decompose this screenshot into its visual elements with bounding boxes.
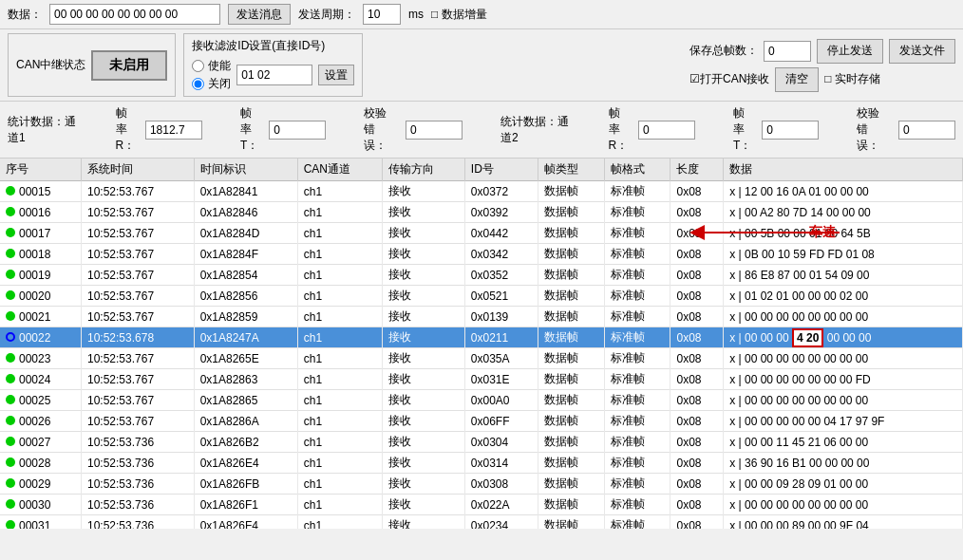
row-systime: 10:52:53.767 xyxy=(82,181,195,202)
table-row[interactable]: 0002610:52:53.7670x1A8286Ach1接收0x06FF数据帧… xyxy=(0,411,963,432)
row-timeid: 0x1A82841 xyxy=(194,181,297,202)
row-dot-cell: 00031 xyxy=(0,515,82,530)
row-data: x | 00 00 00 00 00 00 00 FD xyxy=(724,369,963,390)
table-row[interactable]: 0002110:52:53.7670x1A82859ch1接收0x0139数据帧… xyxy=(0,307,963,327)
row-canid: 0x0314 xyxy=(464,453,538,474)
green-dot xyxy=(6,457,15,467)
green-dot xyxy=(6,374,15,383)
row-timeid: 0x1A8247A xyxy=(194,327,297,348)
row-canid: 0x031E xyxy=(464,369,538,390)
stats-ch1: 统计数据：通道1 xyxy=(8,105,78,154)
stats-ch1-label: 统计数据：通道1 xyxy=(8,114,78,146)
row-canid: 0x0234 xyxy=(464,515,538,530)
close-radio-input[interactable] xyxy=(192,78,204,90)
send-file-button[interactable]: 发送文件 xyxy=(889,39,955,64)
filter-enable-radio[interactable]: 使能 xyxy=(192,58,231,74)
filter-close-radio[interactable]: 关闭 xyxy=(192,76,231,92)
row-channel: ch1 xyxy=(297,369,382,390)
stats-ch2-check-error-input[interactable] xyxy=(898,121,955,140)
stats-ch1-frame-t-input[interactable] xyxy=(269,121,326,140)
row-seq: 00015 xyxy=(19,185,50,198)
row-frameformat: 标准帧 xyxy=(604,286,670,307)
filter-set-button[interactable]: 设置 xyxy=(318,65,354,85)
row-frametype: 数据帧 xyxy=(538,453,604,474)
table-row[interactable]: 0002010:52:53.7670x1A82856ch1接收0x0521数据帧… xyxy=(0,286,963,307)
row-timeid: 0x1A826F4 xyxy=(194,515,297,530)
row-frameformat: 标准帧 xyxy=(604,307,670,327)
row-seq: 00023 xyxy=(19,352,50,365)
stats-ch1-frame-r-label: 帧率R： xyxy=(116,105,138,154)
table-row[interactable]: 0002910:52:53.7360x1A826FBch1接收0x0308数据帧… xyxy=(0,474,963,495)
table-row[interactable]: 0001810:52:53.7670x1A8284Fch1接收0x0342数据帧… xyxy=(0,244,963,265)
table-row[interactable]: 0001610:52:53.7670x1A82846ch1接收0x0392数据帧… xyxy=(0,202,963,223)
data-input[interactable] xyxy=(49,4,220,25)
row-seq: 00031 xyxy=(19,519,50,530)
col-header-len: 长度 xyxy=(670,159,724,181)
table-row[interactable]: 0002810:52:53.7360x1A826E4ch1接收0x0314数据帧… xyxy=(0,453,963,474)
table-row[interactable]: 0002510:52:53.7670x1A82865ch1接收0x00A0数据帧… xyxy=(0,390,963,411)
row-dir: 接收 xyxy=(382,453,464,474)
green-dot xyxy=(6,478,15,488)
filter-radio-group: 使能 关闭 xyxy=(192,58,231,92)
row-dir: 接收 xyxy=(382,495,464,515)
row-timeid: 0x1A826E4 xyxy=(194,453,297,474)
row-timeid: 0x1A82856 xyxy=(194,286,297,307)
table-row[interactable]: 0003110:52:53.7360x1A826F4ch1接收0x0234数据帧… xyxy=(0,515,963,530)
row-dot-cell: 00026 xyxy=(0,411,82,432)
send-period-input[interactable] xyxy=(363,4,401,25)
row-seq: 00028 xyxy=(19,457,50,470)
stats-ch2-frame-t-input[interactable] xyxy=(762,121,819,140)
clear-button[interactable]: 清空 xyxy=(775,67,819,92)
enable-radio-input[interactable] xyxy=(192,60,204,72)
row-timeid: 0x1A82854 xyxy=(194,265,297,286)
row-channel: ch1 xyxy=(297,411,382,432)
row-len: 0x08 xyxy=(670,474,724,495)
row-seq: 00025 xyxy=(19,394,50,407)
stats-section: 统计数据：通道1 帧率R： 帧率T： 校验错误： 统计数据：通道2 帧率R： 帧… xyxy=(0,102,963,159)
row-len: 0x08 xyxy=(670,390,724,411)
table-row[interactable]: 0003010:52:53.7360x1A826F1ch1接收0x022A数据帧… xyxy=(0,495,963,515)
row-systime: 10:52:53.767 xyxy=(82,307,195,327)
filter-id-input[interactable] xyxy=(236,65,312,85)
table-row[interactable]: 0001910:52:53.7670x1A82854ch1接收0x0352数据帧… xyxy=(0,265,963,286)
row-dot-cell: 00021 xyxy=(0,307,82,327)
row-channel: ch1 xyxy=(297,181,382,202)
row-dir: 接收 xyxy=(382,286,464,307)
row-channel: ch1 xyxy=(297,223,382,244)
table-row[interactable]: 0001510:52:53.7670x1A82841ch1接收0x0372数据帧… xyxy=(0,181,963,202)
row-channel: ch1 xyxy=(297,474,382,495)
stats-ch2: 统计数据：通道2 xyxy=(500,105,571,154)
row-dot-cell: 00020 xyxy=(0,286,82,307)
row-frameformat: 标准帧 xyxy=(604,411,670,432)
can-status-button[interactable]: 未启用 xyxy=(91,50,167,81)
row-data: x | 00 00 00 00 00 04 17 97 9F xyxy=(724,411,963,432)
stats-ch1-frame-r-input[interactable] xyxy=(145,121,202,140)
row-seq: 00018 xyxy=(19,248,50,261)
stats-ch2-frame-r-input[interactable] xyxy=(638,121,695,140)
row-dot-cell: 00018 xyxy=(0,244,82,265)
row-data: x | 00 00 00 00 00 00 00 00 xyxy=(724,495,963,515)
row-len: 0x08 xyxy=(670,202,724,223)
table-row[interactable]: 0002310:52:53.7670x1A8265Ech1接收0x035A数据帧… xyxy=(0,348,963,369)
row-frametype: 数据帧 xyxy=(538,495,604,515)
send-msg-button[interactable]: 发送消息 xyxy=(228,4,291,25)
row-systime: 10:52:53.767 xyxy=(82,286,195,307)
row-timeid: 0x1A8284D xyxy=(194,223,297,244)
row-dir: 接收 xyxy=(382,307,464,327)
filter-section: 接收滤波ID设置(直接ID号) 使能 关闭 设置 xyxy=(183,33,363,97)
row-canid: 0x0392 xyxy=(464,202,538,223)
save-total-input[interactable] xyxy=(764,41,811,62)
row-frameformat: 标准帧 xyxy=(604,348,670,369)
open-can-checkbox-label[interactable]: ☑打开CAN接收 xyxy=(689,71,769,87)
row-data: x | 00 00 00 00 00 00 00 00 xyxy=(724,348,963,369)
row-canid: 0x0211 xyxy=(464,327,538,348)
table-row[interactable]: 0002710:52:53.7360x1A826B2ch1接收0x0304数据帧… xyxy=(0,432,963,453)
table-row[interactable]: 0002410:52:53.7670x1A82863ch1接收0x031E数据帧… xyxy=(0,369,963,390)
row-len: 0x08 xyxy=(670,244,724,265)
row-dir: 接收 xyxy=(382,474,464,495)
table-row[interactable]: 0002210:52:53.6780x1A8247Ach1接收0x0211数据帧… xyxy=(0,327,963,348)
stop-send-button[interactable]: 停止发送 xyxy=(817,39,883,64)
stats-ch1-check-error-input[interactable] xyxy=(406,121,463,140)
row-data: x | 12 00 16 0A 01 00 00 00 xyxy=(724,181,963,202)
row-seq: 00020 xyxy=(19,289,50,303)
